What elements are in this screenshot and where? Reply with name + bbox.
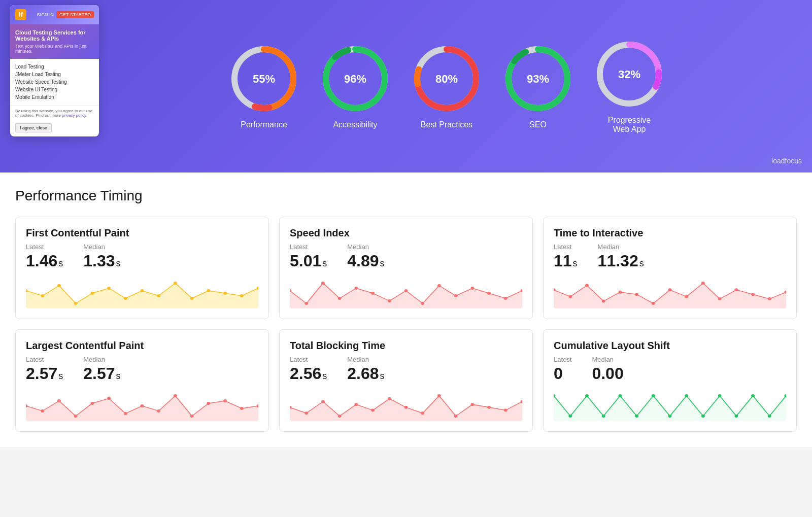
agree-close-button[interactable]: I agree, close (15, 123, 52, 132)
svg-point-66 (41, 409, 44, 412)
svg-point-32 (223, 292, 227, 295)
metric-title-tti: Time to Interactive (554, 227, 786, 239)
sidebar-cookie-notice: By using this website, you agree to our … (10, 105, 99, 121)
svg-point-52 (585, 284, 589, 287)
get-started-button[interactable]: GET STARTED (56, 11, 94, 18)
gauge-svg-2: 80% (411, 43, 482, 114)
svg-point-84 (354, 403, 358, 406)
metric-title-tbt: Total Blocking Time (290, 340, 522, 352)
metric-median-label-lcp: Median (83, 356, 120, 363)
svg-point-106 (734, 415, 738, 418)
metric-title-lcp: Largest Contentful Paint (26, 340, 258, 352)
brand-logo: loadfocus (771, 157, 802, 165)
sidebar-item-mobile[interactable]: Mobile Emulation (15, 93, 94, 101)
sidebar-hero-text: Cloud Testing Services for Websites & AP… (10, 24, 99, 59)
sign-in-label[interactable]: SIGN IN (37, 12, 54, 17)
svg-point-77 (223, 399, 227, 402)
svg-point-95 (554, 394, 555, 397)
svg-point-36 (304, 302, 308, 305)
metric-latest-label-tbt: Latest (290, 356, 327, 363)
metric-card-tbt: Total Blocking TimeLatest2.56sMedian2.68… (279, 329, 533, 432)
privacy-policy-link[interactable]: privacy policy. (62, 113, 87, 118)
metric-latest-label-si: Latest (290, 243, 327, 251)
svg-point-99 (618, 394, 622, 397)
svg-point-21 (41, 294, 44, 297)
svg-point-85 (371, 409, 375, 412)
svg-point-90 (454, 415, 458, 418)
metric-chart-tti (554, 278, 786, 308)
metric-chart-tbt (290, 391, 522, 421)
sidebar-hero-subtitle: Test your Websites and APIs in just minu… (15, 44, 94, 54)
sidebar-item-ui-testing[interactable]: Website UI Testing (15, 86, 94, 93)
metric-values-tti: Latest11sMedian11.32s (554, 243, 786, 270)
metric-chart-cls (554, 391, 786, 421)
metric-median-value-lcp: 2.57s (83, 364, 120, 383)
metric-chart-si (290, 278, 522, 308)
svg-point-42 (404, 289, 408, 292)
sidebar-header: If SIGN IN GET STARTED (10, 5, 99, 24)
svg-point-48 (504, 297, 507, 300)
sidebar-item-website-speed[interactable]: Website Speed Testing (15, 78, 94, 86)
metric-card-si: Speed IndexLatest5.01sMedian4.89s (279, 217, 533, 319)
svg-point-87 (404, 406, 408, 409)
svg-point-55 (635, 293, 638, 296)
svg-point-26 (124, 297, 127, 300)
svg-point-28 (157, 294, 160, 297)
svg-point-108 (768, 415, 771, 418)
svg-point-41 (388, 299, 391, 302)
svg-point-100 (635, 415, 638, 418)
metric-latest-value-lcp: 2.57s (26, 364, 63, 383)
metric-latest-value-tti: 11s (554, 252, 578, 270)
metric-median-label-tti: Median (598, 243, 644, 251)
svg-point-54 (618, 291, 622, 294)
svg-point-43 (421, 302, 424, 305)
svg-point-63 (768, 297, 771, 300)
svg-point-60 (718, 297, 722, 300)
metric-latest-label-lcp: Latest (26, 356, 63, 363)
svg-point-81 (304, 411, 308, 415)
metric-chart-fcp (26, 278, 258, 308)
sidebar-menu: Load Testing JMeter Load Testing Website… (10, 59, 99, 105)
svg-point-56 (652, 302, 655, 305)
svg-point-71 (124, 412, 127, 415)
metric-latest-value-fcp: 1.46s (26, 252, 63, 270)
svg-point-37 (321, 282, 325, 285)
gauge-label-1: Accessibility (333, 120, 377, 129)
svg-text:96%: 96% (344, 73, 366, 85)
svg-point-44 (437, 284, 441, 287)
svg-point-33 (240, 294, 244, 297)
svg-point-72 (141, 404, 144, 407)
metric-title-cls: Cumulative Layout Shift (554, 340, 786, 352)
gauge-accessibility: 96%Accessibility (320, 43, 391, 129)
svg-point-59 (701, 282, 705, 285)
sidebar-item-load-testing[interactable]: Load Testing (15, 63, 94, 71)
svg-point-40 (371, 292, 375, 295)
metric-title-si: Speed Index (290, 227, 522, 239)
metric-latest-label-cls: Latest (554, 356, 571, 363)
sidebar-item-jmeter[interactable]: JMeter Load Testing (15, 71, 94, 78)
svg-point-22 (57, 284, 61, 287)
gauge-progressive-web-app: 32%ProgressiveWeb App (594, 39, 665, 134)
metric-card-tti: Time to InteractiveLatest11sMedian11.32s (543, 217, 797, 319)
svg-point-86 (388, 397, 391, 400)
gauge-performance: 55%Performance (228, 43, 299, 129)
metric-card-lcp: Largest Contentful PaintLatest2.57sMedia… (15, 329, 269, 432)
metric-values-fcp: Latest1.46sMedian1.33s (26, 243, 258, 270)
svg-point-96 (568, 415, 572, 418)
section-title: Performance Timing (15, 188, 797, 204)
metric-median-label-tbt: Median (347, 356, 384, 363)
svg-point-107 (751, 394, 755, 397)
svg-text:32%: 32% (618, 68, 640, 81)
metric-median-value-si: 4.89s (347, 252, 384, 270)
metric-median-label-fcp: Median (83, 243, 120, 251)
gauge-svg-0: 55% (228, 43, 299, 114)
svg-point-27 (141, 289, 144, 292)
svg-point-101 (652, 394, 655, 397)
metric-latest-value-tbt: 2.56s (290, 364, 327, 383)
metric-values-si: Latest5.01sMedian4.89s (290, 243, 522, 270)
svg-point-109 (785, 394, 786, 397)
svg-point-88 (421, 411, 424, 415)
svg-point-45 (454, 294, 458, 297)
metric-median-value-tbt: 2.68s (347, 364, 384, 383)
metric-median-value-tti: 11.32s (598, 252, 644, 270)
